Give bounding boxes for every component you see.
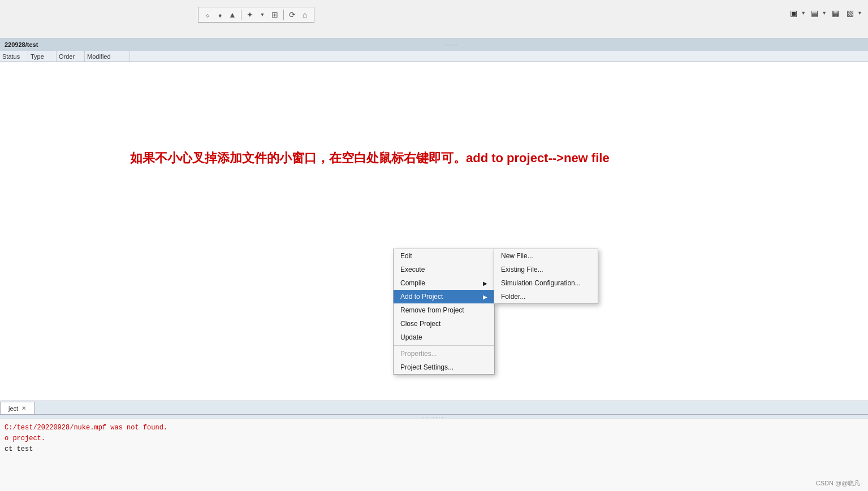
column-headers: Status Type Order Modified	[0, 51, 868, 62]
context-menu-separator	[394, 345, 494, 346]
panel-icon-1[interactable]: ▣	[787, 7, 800, 19]
breadcrumb-path: 220928/test	[5, 41, 38, 48]
panel-icon-4[interactable]: ▧	[844, 7, 856, 19]
toolbar-icons-group: ⬦ ⬧ ▲ ✦ ▼ ⊞ ⟳ ⌂	[198, 7, 314, 23]
log-line-3: ct test	[5, 444, 863, 455]
right-icon-group-3: ▧ ▼	[844, 7, 862, 19]
bottom-tab-close-icon[interactable]: ✕	[21, 405, 26, 411]
right-icon-group-2: ▤ ▼	[808, 7, 827, 19]
bookmark-icon[interactable]: ✦	[244, 9, 256, 20]
bottom-tab-bar: ject ✕	[0, 401, 868, 415]
bottom-resize-bar[interactable]: ·······	[0, 415, 868, 419]
menu-item-execute[interactable]: Execute	[394, 263, 494, 276]
breadcrumb-bar: 220928/test ·······	[0, 38, 868, 51]
menu-item-properties[interactable]: Properties...	[394, 347, 494, 360]
right-icon-group: ▣ ▼	[787, 7, 806, 19]
compile-submenu-arrow: ▶	[483, 280, 487, 286]
col-header-status: Status	[0, 51, 28, 62]
panel-icon-3[interactable]: ▦	[829, 7, 841, 19]
bottom-tab-label: ject	[8, 405, 18, 412]
submenu-item-folder[interactable]: Folder...	[494, 290, 598, 303]
bottom-tab-project[interactable]: ject ✕	[0, 402, 34, 414]
submenu-item-simulation-config[interactable]: Simulation Configuration...	[494, 276, 598, 290]
resize-handle: ·······	[443, 42, 458, 48]
bottom-log-content: C:/test/20220928/nuke.mpf was not found.…	[0, 419, 868, 459]
menu-item-compile[interactable]: Compile ▶	[394, 276, 494, 290]
menu-item-edit[interactable]: Edit	[394, 249, 494, 263]
context-menu: Edit Execute Compile ▶ Add to Project ▶ …	[393, 249, 495, 375]
add-to-project-submenu-arrow: ▶	[483, 294, 487, 300]
log-line-2: o project.	[5, 433, 863, 444]
menu-item-remove-from-project[interactable]: Remove from Project	[394, 303, 494, 317]
submenu-item-existing-file[interactable]: Existing File...	[494, 263, 598, 276]
col-header-order: Order	[57, 51, 85, 62]
log-line-1: C:/test/20220928/nuke.mpf was not found.	[5, 423, 863, 433]
home-icon[interactable]: ⌂	[299, 9, 310, 20]
csdn-watermark: CSDN @@晓凡-	[816, 479, 862, 488]
nav-back-icon[interactable]: ⬦	[202, 9, 213, 20]
menu-item-update[interactable]: Update	[394, 331, 494, 344]
menu-item-project-settings[interactable]: Project Settings...	[394, 360, 494, 374]
annotation-text: 如果不小心叉掉添加文件的小窗口，在空白处鼠标右键即可。add to projec…	[130, 150, 610, 167]
main-content: 如果不小心叉掉添加文件的小窗口，在空白处鼠标右键即可。add to projec…	[0, 62, 868, 401]
col-header-type: Type	[28, 51, 57, 62]
panel-icon-1-arrow[interactable]: ▼	[801, 10, 806, 16]
refresh-icon[interactable]: ⟳	[287, 9, 298, 20]
toolbar-sep-1	[241, 10, 241, 20]
bottom-panel: ject ✕ ······· C:/test/20220928/nuke.mpf…	[0, 401, 868, 491]
menu-item-close-project[interactable]: Close Project	[394, 317, 494, 331]
menu-item-add-to-project[interactable]: Add to Project ▶	[394, 290, 494, 303]
submenu-item-new-file[interactable]: New File...	[494, 249, 598, 263]
col-header-modified: Modified	[85, 51, 130, 62]
expand-icon[interactable]: ⊞	[269, 9, 280, 20]
submenu-add-to-project: New File... Existing File... Simulation …	[494, 249, 598, 304]
nav-up-icon[interactable]: ▲	[227, 9, 238, 20]
toolbar-sep-2	[283, 10, 284, 20]
panel-icon-4-arrow[interactable]: ▼	[857, 10, 862, 16]
panel-icon-2-arrow[interactable]: ▼	[822, 10, 827, 16]
nav-forward-icon[interactable]: ⬧	[214, 9, 226, 20]
top-right-toolbar: ▣ ▼ ▤ ▼ ▦ ▧ ▼	[787, 7, 862, 19]
toolbar: ⬦ ⬧ ▲ ✦ ▼ ⊞ ⟳ ⌂ ▣ ▼ ▤ ▼ ▦ ▧ ▼	[0, 0, 868, 38]
dropdown-arrow-icon[interactable]: ▼	[257, 9, 268, 20]
panel-icon-2[interactable]: ▤	[808, 7, 821, 19]
resize-dots: ·······	[423, 414, 445, 420]
